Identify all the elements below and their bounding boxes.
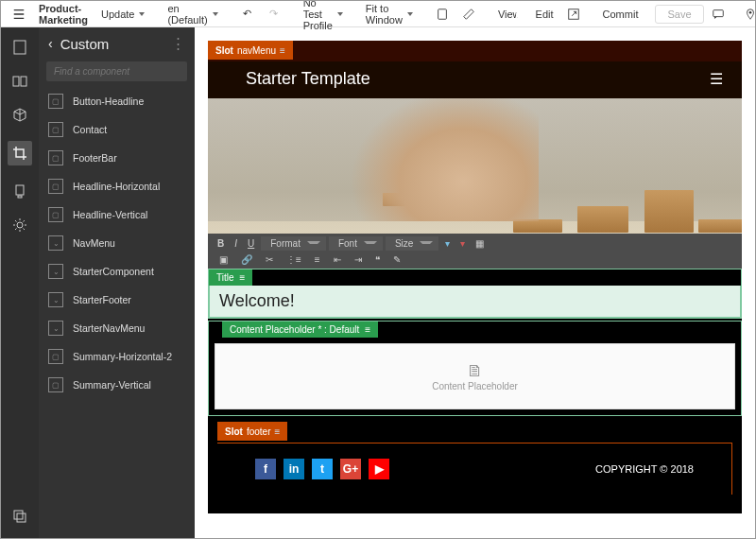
component-item[interactable]: ▢Contact [39, 115, 195, 144]
rail-gear-icon[interactable] [11, 217, 28, 234]
profile-label: No Test Profile [303, 0, 333, 31]
page-canvas[interactable]: Slot navMenu ≡ Starter Template ☰ B [208, 41, 742, 513]
title-component[interactable]: Title≡ Welcome! [208, 269, 742, 319]
component-icon: ▢ [48, 377, 63, 392]
rte-bgcolor-icon[interactable]: ▾ [456, 237, 469, 250]
rail-copy-icon[interactable] [11, 508, 28, 525]
component-label: StarterFooter [73, 294, 131, 305]
component-item[interactable]: ⌄StarterNavMenu [39, 314, 195, 342]
rte-quote-icon[interactable]: ❝ [371, 253, 384, 266]
rte-italic[interactable]: I [231, 237, 241, 250]
title-menu-icon[interactable]: ≡ [240, 272, 246, 283]
linkedin-icon[interactable]: in [284, 459, 304, 479]
component-item[interactable]: ⌄NavMenu [39, 229, 195, 257]
rte-size-dropdown[interactable]: Size [386, 236, 438, 251]
component-list: ▢Button-Headline ▢Contact ▢FooterBar ▢He… [39, 87, 195, 539]
undo-icon: ↶ [241, 8, 254, 21]
undo-button[interactable]: ↶ [235, 6, 260, 23]
content-placeholder-component[interactable]: Content Placeholder * : Default≡ 🗎 Conte… [208, 321, 742, 416]
page-header[interactable]: Starter Template ☰ [208, 61, 742, 98]
back-chevron-icon[interactable]: ‹ [48, 36, 53, 51]
rte-bold[interactable]: B [214, 237, 228, 250]
svg-point-11 [17, 222, 23, 228]
svg-rect-13 [17, 513, 26, 522]
panel-title: Custom [60, 36, 110, 52]
rte-ul-icon[interactable]: ⋮≡ [283, 253, 305, 266]
redo-button[interactable]: ↷ [262, 6, 286, 23]
rte-ol-icon[interactable]: ≡ [311, 253, 324, 266]
placeholder-file-icon: 🗎 [467, 361, 484, 381]
slot-name: footer [247, 426, 271, 437]
ruler-button[interactable] [456, 6, 481, 23]
rte-font-dropdown[interactable]: Font [329, 236, 383, 251]
svg-rect-6 [14, 41, 26, 54]
rte-indent-icon[interactable]: ⇥ [351, 253, 366, 266]
commit-button[interactable]: Commit [597, 7, 644, 22]
cp-body[interactable]: 🗎 Content Placeholder [215, 343, 735, 409]
component-chevron-icon: ⌄ [48, 321, 63, 336]
rte-format-dropdown[interactable]: Format [261, 236, 326, 251]
rte-link-icon[interactable]: 🔗 [237, 253, 256, 266]
component-item[interactable]: ▢Summary-Vertical [39, 371, 195, 399]
component-label: FooterBar [73, 152, 117, 164]
component-item[interactable]: ▢FooterBar [39, 144, 195, 172]
facebook-icon[interactable]: f [255, 459, 276, 479]
save-button[interactable]: Save [655, 5, 703, 24]
rte-unlink-icon[interactable]: ✂ [262, 253, 277, 266]
rte-color-icon[interactable]: ▾ [441, 237, 454, 250]
comment-button[interactable] [706, 6, 730, 23]
hero-image[interactable]: B I U Format Font Size ▾ ▾ ▦ ▣ 🔗 ✂ ⋮≡ ≡ [208, 98, 742, 269]
ruler-icon [462, 8, 475, 21]
rail-flag-icon[interactable] [11, 183, 28, 200]
component-item[interactable]: ⌄StarterComponent [39, 257, 195, 286]
svg-rect-9 [16, 185, 24, 195]
footer-component[interactable]: Slot footer ≡ f in t G+ ▶ COPYRIGHT © 20… [208, 416, 742, 513]
title-field[interactable]: Welcome! [209, 286, 741, 318]
slot-menu-icon[interactable]: ≡ [274, 426, 280, 437]
component-icon: ▢ [48, 349, 63, 364]
update-dropdown[interactable]: Update [95, 7, 150, 22]
footer-slot-tab[interactable]: Slot footer ≡ [217, 422, 287, 441]
rail-crop-icon[interactable] [8, 141, 32, 165]
device-button[interactable] [430, 6, 455, 23]
profile-dropdown[interactable]: No Test Profile [298, 0, 349, 33]
locale-dropdown[interactable]: en (Default) [162, 1, 223, 27]
component-item[interactable]: ▢Button-Headline [39, 87, 195, 115]
update-label: Update [101, 9, 134, 20]
cp-tab[interactable]: Content Placeholder * : Default≡ [222, 322, 378, 338]
rte-underline[interactable]: U [244, 237, 258, 250]
preview-button[interactable] [561, 6, 586, 23]
component-item[interactable]: ⌄StarterFooter [39, 286, 195, 314]
component-search-input[interactable] [46, 61, 187, 81]
rail-cube-icon[interactable] [11, 107, 28, 124]
product-dropdown[interactable]: Product-Marketing [33, 1, 94, 27]
title-text: Welcome! [219, 291, 295, 310]
googleplus-icon[interactable]: G+ [340, 459, 361, 479]
fit-dropdown[interactable]: Fit to Window [360, 1, 419, 27]
component-item[interactable]: ▢Headline-Vertical [39, 200, 195, 229]
component-item[interactable]: ▢Summary-Horizontal-2 [39, 342, 195, 371]
slot-menu-icon[interactable]: ≡ [280, 45, 285, 56]
redo-icon: ↷ [267, 8, 281, 21]
copyright-text: COPYRIGHT © 2018 [595, 463, 694, 475]
rail-page-icon[interactable] [11, 39, 28, 56]
component-item[interactable]: ▢Headline-Horizontal [39, 172, 195, 200]
nav-slot-tab[interactable]: Slot navMenu ≡ [208, 41, 293, 60]
hamburger-icon[interactable]: ☰ [710, 70, 723, 88]
canvas-wrapper: Slot navMenu ≡ Starter Template ☰ B [195, 27, 755, 539]
menu-button[interactable] [7, 6, 31, 23]
rail-panel-icon[interactable] [11, 73, 28, 90]
twitter-icon[interactable]: t [312, 459, 333, 479]
youtube-icon[interactable]: ▶ [369, 459, 389, 479]
rte-more-icon[interactable]: ▦ [472, 237, 488, 250]
panel-more-icon[interactable]: ⋮ [171, 35, 185, 52]
location-button[interactable] [738, 6, 756, 23]
rte-image-icon[interactable]: ▣ [215, 253, 232, 266]
rte-outdent-icon[interactable]: ⇤ [330, 253, 345, 266]
rte-clear-icon[interactable]: ✎ [389, 253, 404, 266]
cp-menu-icon[interactable]: ≡ [365, 324, 370, 335]
slot-label: Slot [215, 45, 233, 56]
svg-rect-8 [21, 77, 26, 86]
page-title: Starter Template [246, 69, 370, 89]
title-tab[interactable]: Title≡ [209, 270, 252, 286]
